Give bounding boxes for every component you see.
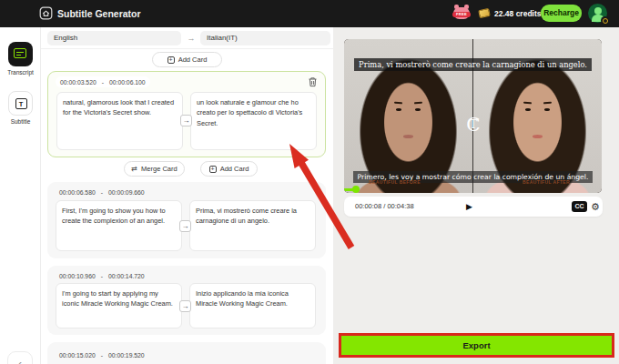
- time-separator: -: [101, 273, 103, 279]
- home-icon[interactable]: [39, 6, 53, 20]
- add-card-mid-button[interactable]: + Add Card: [200, 161, 258, 177]
- source-text-input[interactable]: I'm going to start by applying my iconic…: [56, 283, 182, 329]
- add-card-icon: +: [209, 166, 217, 173]
- recharge-button[interactable]: Recharge: [541, 5, 582, 22]
- timestamp-range[interactable]: 00:00:06.580 - 00:00:09.660: [55, 187, 149, 197]
- video-progress-handle[interactable]: [352, 186, 360, 193]
- user-avatar[interactable]: [588, 4, 607, 23]
- translate-arrow-button[interactable]: →: [179, 300, 191, 312]
- player-controls: 00:00:08 / 00:04:38 ▶ CC ⚙: [344, 197, 603, 217]
- time-separator: -: [101, 189, 103, 196]
- video-player[interactable]: Prima, vi mostrerò come creare la carnag…: [344, 39, 602, 193]
- play-button[interactable]: ▶: [466, 197, 472, 217]
- subtitle-generator-app: Subtitle Generator FREE 22.48 credits le…: [0, 0, 619, 364]
- time-display: 00:00:08 / 00:04:38: [355, 197, 414, 217]
- subtitle-card[interactable]: 00:00:03.520 - 00:00:06.100 natural, gla…: [47, 71, 326, 157]
- sidebar-item-transcript[interactable]: [8, 42, 33, 66]
- timestamp-range[interactable]: 00:00:15.020 - 00:00:19.520: [55, 349, 149, 360]
- sidebar-label-subtitle: Subtitle: [0, 118, 41, 125]
- coin-icon: [478, 8, 491, 18]
- time-separator: -: [102, 79, 104, 86]
- target-text-input[interactable]: Prima, vi mostrerò come creare la carnag…: [189, 200, 316, 251]
- export-button[interactable]: Export: [341, 336, 612, 355]
- merge-card-button[interactable]: ⇄ Merge Card: [124, 161, 185, 177]
- watermark-after: BEAUTIFUL AFTER: [523, 179, 570, 185]
- settings-gear-icon[interactable]: ⚙: [591, 197, 600, 217]
- target-text-input[interactable]: un look naturale e glamour che ho creato…: [190, 92, 317, 150]
- start-time: 00:00:03.520: [60, 79, 96, 86]
- export-highlight-annotation: Export: [339, 333, 614, 358]
- subtitle-card[interactable]: 00:00:06.580 - 00:00:09.660 First, I'm g…: [47, 182, 326, 258]
- end-time: 00:00:19.520: [108, 352, 145, 359]
- timestamp-range[interactable]: 00:00:10.960 - 00:00:14.720: [55, 270, 149, 281]
- membership-badge-icon: [601, 16, 609, 25]
- transcript-icon: [14, 48, 26, 58]
- sidebar-item-subtitle[interactable]: T: [8, 91, 33, 116]
- target-text-input[interactable]: Inizio applicando la mia iconica Miracle…: [189, 283, 316, 329]
- language-arrow-icon: →: [184, 31, 198, 46]
- collapse-sidebar-button[interactable]: ‹: [7, 351, 33, 364]
- brand-monogram-icon: C T: [462, 116, 485, 135]
- end-time: 00:00:14.720: [108, 273, 145, 279]
- source-text-input[interactable]: First, I'm going to show you how to crea…: [56, 200, 182, 251]
- merge-icon: ⇄: [131, 166, 137, 173]
- topbar: Subtitle Generator FREE 22.48 credits le…: [0, 0, 619, 27]
- end-time: 00:00:06.100: [109, 79, 146, 86]
- subtitle-card[interactable]: 00:00:15.020 - 00:00:19.520: [47, 342, 326, 364]
- source-text-input[interactable]: natural, glamorous look that I created f…: [56, 92, 183, 150]
- start-time: 00:00:10.960: [59, 273, 96, 279]
- add-card-icon: +: [167, 56, 175, 64]
- sidebar: Transcript T Subtitle ‹: [0, 27, 41, 364]
- translate-arrow-button[interactable]: →: [179, 220, 191, 232]
- piggy-bank-promo-icon[interactable]: FREE: [452, 5, 471, 21]
- start-time: 00:00:06.580: [59, 189, 96, 196]
- subtitle-card[interactable]: 00:00:10.960 - 00:00:14.720 I'm going to…: [47, 266, 326, 335]
- start-time: 00:00:15.020: [59, 352, 96, 359]
- source-language-field[interactable]: English: [47, 31, 181, 46]
- watermark-before: BEAUTIFUL BEFORE: [369, 179, 421, 185]
- cc-toggle-button[interactable]: CC: [572, 201, 587, 212]
- translate-arrow-button[interactable]: →: [180, 115, 192, 126]
- subtitle-icon: T: [15, 98, 27, 109]
- time-separator: -: [101, 352, 103, 359]
- sidebar-label-transcript: Transcript: [0, 69, 41, 76]
- delete-card-icon[interactable]: [308, 76, 318, 87]
- add-card-top-button[interactable]: + Add Card: [152, 52, 222, 67]
- avatar-head: [594, 7, 602, 15]
- promo-badge: FREE: [452, 12, 471, 17]
- video-subtitle-top: Prima, vi mostrerò come creare la carnag…: [344, 55, 602, 71]
- target-language-field[interactable]: Italian(IT): [200, 31, 330, 46]
- end-time: 00:00:09.660: [108, 189, 145, 196]
- timestamp-range[interactable]: 00:00:03.520 - 00:00:06.100: [56, 76, 150, 87]
- divider: [41, 48, 333, 49]
- app-title: Subtitle Generator: [57, 8, 141, 19]
